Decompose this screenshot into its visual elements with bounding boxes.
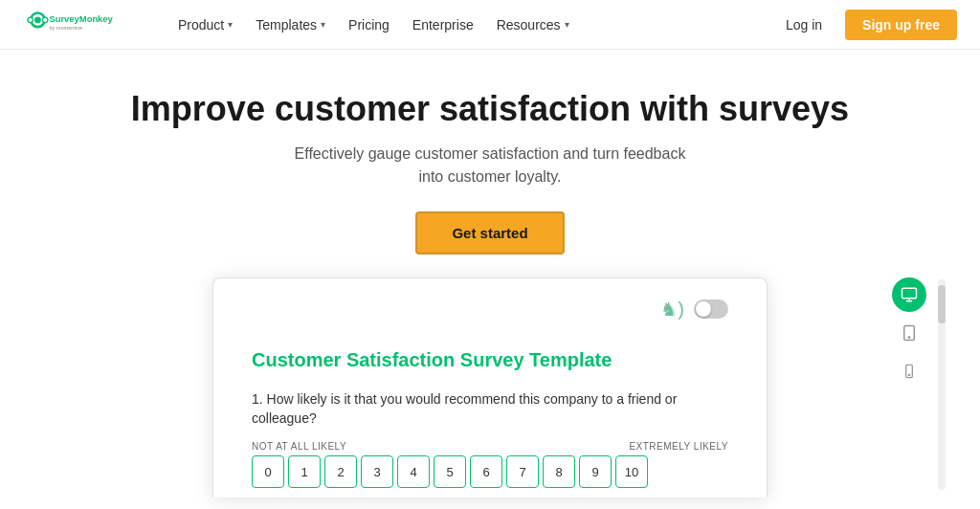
- scale-high-label: EXTREMELY LIKELY: [629, 441, 728, 452]
- svg-text:by momentive: by momentive: [49, 25, 82, 31]
- hero-section: Improve customer satisfaction with surve…: [0, 50, 980, 277]
- login-button[interactable]: Log in: [774, 10, 834, 40]
- nav-resources-label: Resources: [497, 17, 561, 33]
- chevron-down-icon: ▾: [228, 19, 233, 30]
- desktop-icon[interactable]: [892, 277, 926, 312]
- scale-button-5[interactable]: 5: [434, 455, 466, 488]
- nav-enterprise-label: Enterprise: [412, 17, 474, 33]
- scale-button-2[interactable]: 2: [324, 455, 357, 488]
- scale-button-6[interactable]: 6: [470, 455, 502, 488]
- chevron-down-icon: ▾: [321, 19, 325, 30]
- nav-item-enterprise[interactable]: Enterprise: [403, 10, 483, 40]
- svg-point-13: [908, 337, 910, 339]
- preview-section: ♞) Customer Satisfaction Survey Template…: [0, 277, 980, 498]
- survey-title: Customer Satisfaction Survey Template: [252, 349, 728, 371]
- tablet-icon[interactable]: [892, 316, 926, 350]
- hero-heading: Improve customer satisfaction with surve…: [19, 88, 961, 129]
- nav-templates-label: Templates: [256, 17, 317, 33]
- survey-preview-card: ♞) Customer Satisfaction Survey Template…: [212, 277, 768, 498]
- preview-scrollbar[interactable]: [938, 279, 946, 490]
- svg-point-5: [29, 17, 33, 21]
- get-started-button[interactable]: Get started: [415, 211, 564, 254]
- survey-question: 1. How likely is it that you would recom…: [252, 390, 728, 428]
- chevron-down-icon: ▾: [565, 19, 569, 30]
- header-actions: Log in Sign up free: [774, 10, 957, 40]
- scale-button-10[interactable]: 10: [615, 455, 648, 488]
- header: SurveyMonkey by momentive Product ▾ Temp…: [0, 0, 980, 50]
- scale-low-label: NOT AT ALL LIKELY: [252, 441, 346, 452]
- scale-button-9[interactable]: 9: [579, 455, 612, 488]
- preview-sidebar: [892, 277, 926, 388]
- preview-toolbar: ♞): [252, 298, 728, 321]
- scale-button-7[interactable]: 7: [506, 455, 539, 488]
- scale-button-0[interactable]: 0: [252, 455, 284, 488]
- svg-rect-9: [902, 288, 917, 299]
- svg-point-6: [43, 17, 47, 21]
- scale-labels: NOT AT ALL LIKELY EXTREMELY LIKELY: [252, 441, 728, 452]
- svg-text:SurveyMonkey: SurveyMonkey: [49, 12, 113, 23]
- nav-item-resources[interactable]: Resources ▾: [487, 10, 579, 40]
- nav-product-label: Product: [178, 17, 224, 33]
- nav-item-templates[interactable]: Templates ▾: [246, 10, 335, 40]
- nav-item-product[interactable]: Product ▾: [168, 10, 242, 40]
- scale-button-1[interactable]: 1: [288, 455, 321, 488]
- preview-toggle[interactable]: [694, 299, 728, 319]
- mobile-icon[interactable]: [892, 354, 926, 388]
- scale-button-8[interactable]: 8: [543, 455, 575, 488]
- hero-subtext: Effectively gauge customer satisfaction …: [289, 143, 691, 188]
- accessibility-icon: ♞): [660, 298, 684, 321]
- signup-button[interactable]: Sign up free: [845, 10, 957, 40]
- nav-pricing-label: Pricing: [348, 17, 390, 33]
- nav-item-pricing[interactable]: Pricing: [339, 10, 399, 40]
- logo[interactable]: SurveyMonkey by momentive: [23, 8, 138, 42]
- main-nav: Product ▾ Templates ▾ Pricing Enterprise…: [168, 10, 774, 40]
- svg-point-2: [34, 16, 41, 23]
- scale-button-4[interactable]: 4: [397, 455, 430, 488]
- scrollbar-thumb: [938, 285, 946, 323]
- scale-buttons: 012345678910: [252, 455, 728, 488]
- scale-button-3[interactable]: 3: [361, 455, 393, 488]
- svg-point-15: [908, 375, 909, 376]
